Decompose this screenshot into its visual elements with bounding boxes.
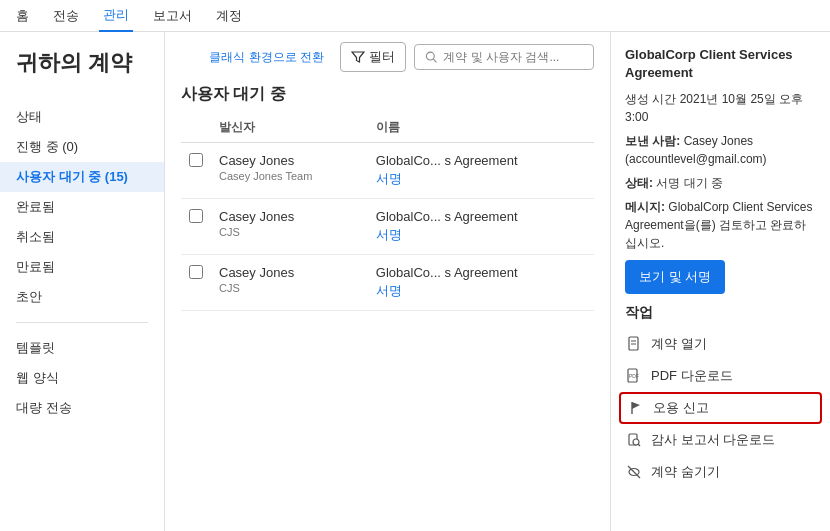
- panel-action-file-icon[interactable]: 계약 열기: [625, 328, 816, 360]
- sidebar-item-inprogress[interactable]: 진행 중 (0): [0, 132, 164, 162]
- svg-point-0: [426, 52, 434, 60]
- svg-line-1: [433, 59, 436, 62]
- panel-sender: 보낸 사람: Casey Jones (accountlevel@gmail.c…: [625, 132, 816, 168]
- panel-action-flag-icon[interactable]: 오용 신고: [619, 392, 822, 424]
- sidebar-item-status[interactable]: 상태: [0, 102, 164, 132]
- col-sender: 발신자: [211, 113, 368, 143]
- search-input[interactable]: [443, 50, 583, 64]
- filter-label: 필터: [369, 48, 395, 66]
- pdf-icon: PDF: [625, 367, 643, 385]
- filter-button[interactable]: 필터: [340, 42, 406, 72]
- sign-link[interactable]: 서명: [376, 282, 586, 300]
- flag-icon: [627, 399, 645, 417]
- sidebar-item-waiting[interactable]: 사용자 대기 중 (15): [0, 162, 164, 192]
- table-row[interactable]: Casey Jones CJS GlobalCo... s Agreement …: [181, 255, 594, 311]
- row-checkbox[interactable]: [181, 255, 211, 311]
- sidebar-divider: [16, 322, 148, 323]
- panel-message: 메시지: GlobalCorp Client Services Agreemen…: [625, 198, 816, 252]
- menu-send[interactable]: 전송: [49, 1, 83, 31]
- row-agreement: GlobalCo... s Agreement 서명: [368, 143, 594, 199]
- action-label: 감사 보고서 다운로드: [651, 431, 775, 449]
- hide-icon: [625, 463, 643, 481]
- panel-message-label: 메시지:: [625, 200, 665, 214]
- sender-team: CJS: [219, 282, 360, 294]
- svg-line-13: [628, 466, 640, 478]
- row-agreement: GlobalCo... s Agreement 서명: [368, 255, 594, 311]
- panel-action-hide-icon[interactable]: 계약 숨기기: [625, 456, 816, 488]
- panel-action-audit-icon[interactable]: 감사 보고서 다운로드: [625, 424, 816, 456]
- file-icon: [625, 335, 643, 353]
- panel-work-title: 작업: [625, 304, 816, 322]
- row-checkbox[interactable]: [181, 199, 211, 255]
- svg-text:PDF: PDF: [629, 373, 639, 379]
- action-label: 오용 신고: [653, 399, 709, 417]
- menu-manage[interactable]: 관리: [99, 0, 133, 32]
- menu-home[interactable]: 홈: [12, 1, 33, 31]
- action-label: 계약 열기: [651, 335, 707, 353]
- page-title: 귀하의 계약: [0, 48, 164, 94]
- view-sign-button[interactable]: 보기 및 서명: [625, 260, 725, 294]
- sidebar-section: 상태 진행 중 (0) 사용자 대기 중 (15) 완료됨 취소됨 만료됨 초안…: [0, 102, 164, 423]
- panel-status-label: 상태:: [625, 176, 653, 190]
- sender-team: Casey Jones Team: [219, 170, 360, 182]
- menu-reports[interactable]: 보고서: [149, 1, 196, 31]
- main-container: 귀하의 계약 상태 진행 중 (0) 사용자 대기 중 (15) 완료됨 취소됨…: [0, 32, 830, 531]
- row-sender: Casey Jones CJS: [211, 199, 368, 255]
- panel-status: 상태: 서명 대기 중: [625, 174, 816, 192]
- agreement-name: GlobalCo... s Agreement: [376, 153, 586, 168]
- action-label: PDF 다운로드: [651, 367, 733, 385]
- sender-name: Casey Jones: [219, 265, 360, 280]
- sidebar-item-draft[interactable]: 초안: [0, 282, 164, 312]
- search-box: [414, 44, 594, 70]
- table-row[interactable]: Casey Jones CJS GlobalCo... s Agreement …: [181, 199, 594, 255]
- section-title: 사용자 대기 중: [165, 78, 610, 113]
- panel-actions: 계약 열기 PDF PDF 다운로드 오용 신고 감사 보고서 다운로드 계약 …: [625, 328, 816, 488]
- sidebar-item-webform[interactable]: 웹 양식: [0, 363, 164, 393]
- panel-status-value: 서명 대기 중: [656, 176, 723, 190]
- sender-name: Casey Jones: [219, 153, 360, 168]
- panel-sender-label: 보낸 사람:: [625, 134, 680, 148]
- col-checkbox: [181, 113, 211, 143]
- panel-action-pdf-icon[interactable]: PDF PDF 다운로드: [625, 360, 816, 392]
- sender-name: Casey Jones: [219, 209, 360, 224]
- menu-account[interactable]: 계정: [212, 1, 246, 31]
- sidebar-item-bulk[interactable]: 대량 전송: [0, 393, 164, 423]
- content-header: 클래식 환경으로 전환 필터: [165, 32, 610, 78]
- col-name: 이름: [368, 113, 594, 143]
- agreement-name: GlobalCo... s Agreement: [376, 265, 586, 280]
- menu-bar: 홈 전송 관리 보고서 계정: [0, 0, 830, 32]
- sidebar-item-cancelled[interactable]: 취소됨: [0, 222, 164, 252]
- table-area: 발신자 이름 Casey Jones Casey Jones Team Glob…: [165, 113, 610, 531]
- classic-link[interactable]: 클래식 환경으로 전환: [209, 49, 324, 66]
- sidebar-item-template[interactable]: 템플릿: [0, 333, 164, 363]
- sign-link[interactable]: 서명: [376, 226, 586, 244]
- search-icon: [425, 50, 437, 64]
- row-agreement: GlobalCo... s Agreement 서명: [368, 199, 594, 255]
- right-panel: GlobalCorp Client Services Agreement 생성 …: [610, 32, 830, 531]
- sidebar: 귀하의 계약 상태 진행 중 (0) 사용자 대기 중 (15) 완료됨 취소됨…: [0, 32, 165, 531]
- panel-created: 생성 시간 2021년 10월 25일 오후 3:00: [625, 90, 816, 126]
- agreement-name: GlobalCo... s Agreement: [376, 209, 586, 224]
- content-area: 클래식 환경으로 전환 필터: [165, 32, 610, 531]
- sidebar-item-completed[interactable]: 완료됨: [0, 192, 164, 222]
- action-label: 계약 숨기기: [651, 463, 720, 481]
- row-checkbox[interactable]: [181, 143, 211, 199]
- sidebar-item-expired[interactable]: 만료됨: [0, 252, 164, 282]
- filter-icon: [351, 50, 365, 64]
- svg-marker-8: [632, 402, 640, 409]
- panel-title: GlobalCorp Client Services Agreement: [625, 46, 816, 82]
- sign-link[interactable]: 서명: [376, 170, 586, 188]
- row-sender: Casey Jones CJS: [211, 255, 368, 311]
- contracts-table: 발신자 이름 Casey Jones Casey Jones Team Glob…: [181, 113, 594, 311]
- svg-line-11: [638, 444, 640, 446]
- row-sender: Casey Jones Casey Jones Team: [211, 143, 368, 199]
- audit-icon: [625, 431, 643, 449]
- sender-team: CJS: [219, 226, 360, 238]
- table-row[interactable]: Casey Jones Casey Jones Team GlobalCo...…: [181, 143, 594, 199]
